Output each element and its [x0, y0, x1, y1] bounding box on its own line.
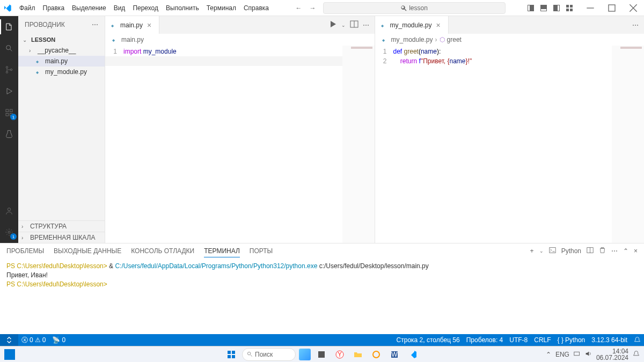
window-maximize-button[interactable]	[601, 0, 623, 16]
menu-правка[interactable]: Правка	[40, 2, 68, 14]
extensions-icon[interactable]: 1	[3, 106, 16, 119]
notifications-icon[interactable]	[631, 336, 644, 343]
taskbar-vscode-icon[interactable]	[405, 347, 420, 362]
new-terminal-icon[interactable]: +	[530, 247, 534, 255]
menu-файл[interactable]: Файл	[16, 2, 39, 14]
close-panel-icon[interactable]: ×	[634, 247, 638, 255]
menu-переход[interactable]: Переход	[129, 2, 162, 14]
testing-icon[interactable]	[3, 128, 16, 141]
indentation-status[interactable]: Пробелов: 4	[463, 336, 507, 344]
encoding-status[interactable]: UTF-8	[506, 336, 531, 344]
panel-tab[interactable]: ПРОБЛЕМЫ	[6, 245, 44, 257]
command-center-search[interactable]: lesson	[323, 2, 506, 14]
terminal-profile-icon[interactable]	[549, 247, 556, 255]
sidebar-section[interactable]: ›ВРЕМЕННАЯ ШКАЛА	[18, 232, 105, 243]
tree-item[interactable]: ⬥my_module.py	[18, 67, 105, 77]
terminal-dropdown-icon[interactable]: ⌄	[539, 248, 544, 254]
menu-справка[interactable]: Справка	[240, 2, 272, 14]
more-actions-icon[interactable]: ⋯	[632, 21, 639, 29]
settings-gear-icon[interactable]: 1	[3, 226, 16, 239]
chevron-right-icon: ›	[29, 48, 35, 54]
language-indicator[interactable]: ENG	[555, 351, 569, 358]
split-editor-icon[interactable]	[350, 20, 358, 30]
bottom-panel: ПРОБЛЕМЫВЫХОДНЫЕ ДАННЫЕКОНСОЛЬ ОТЛАДКИТЕ…	[0, 243, 644, 334]
clock[interactable]: 14:04 06.07.2024	[596, 348, 628, 361]
eol-status[interactable]: CRLF	[531, 336, 554, 344]
panel-tab[interactable]: ВЫХОДНЫЕ ДАННЫЕ	[54, 245, 121, 257]
kill-terminal-icon[interactable]	[599, 247, 606, 255]
network-icon[interactable]	[574, 350, 581, 359]
more-icon[interactable]: ⋯	[92, 21, 98, 28]
taskbar-yandex-icon[interactable]: Y	[332, 347, 347, 362]
panel-tab[interactable]: КОНСОЛЬ ОТЛАДКИ	[131, 245, 194, 257]
sidebar-section[interactable]: ›СТРУКТУРА	[18, 220, 105, 232]
layout-panel-icon[interactable]	[539, 3, 548, 13]
accounts-icon[interactable]	[3, 204, 16, 217]
run-icon[interactable]	[328, 20, 337, 30]
cursor-position[interactable]: Строка 2, столбец 56	[393, 336, 463, 344]
tab-main-py[interactable]: ⬥ main.py ×	[105, 16, 159, 34]
tab-close-icon[interactable]: ×	[145, 21, 153, 29]
remote-button[interactable]	[0, 334, 18, 346]
tray-chevron-icon[interactable]: ⌃	[546, 351, 551, 358]
svg-point-10	[8, 208, 10, 211]
notification-tray-icon[interactable]	[633, 350, 640, 359]
nav-back-button[interactable]: ←	[293, 2, 305, 14]
svg-rect-17	[228, 351, 231, 354]
code-editor-right[interactable]: 12 def greet(name): return f"Привет, {na…	[375, 46, 645, 243]
menu-терминал[interactable]: Терминал	[203, 2, 239, 14]
more-actions-icon[interactable]: ⋯	[363, 21, 369, 29]
activity-bar: 1 1	[0, 16, 18, 243]
python-version[interactable]: 3.12.3 64-bit	[588, 336, 631, 344]
layout-sidebar-left-icon[interactable]	[526, 3, 536, 13]
language-mode[interactable]: { } Python	[554, 336, 589, 344]
layout-customize-icon[interactable]	[565, 3, 574, 13]
svg-rect-14	[549, 248, 555, 253]
taskbar-search[interactable]: Поиск	[242, 348, 296, 361]
tree-root[interactable]: ⌄ LESSON	[18, 34, 105, 45]
minimap[interactable]	[342, 46, 375, 243]
layout-sidebar-right-icon[interactable]	[552, 3, 561, 13]
debug-icon[interactable]	[3, 85, 16, 98]
svg-point-4	[6, 71, 8, 73]
start-widgets-icon[interactable]	[4, 349, 15, 360]
start-button[interactable]	[224, 347, 239, 362]
breadcrumb-left[interactable]: ⬥ main.py	[105, 34, 375, 46]
problems-status[interactable]: ⓧ0 ⚠0	[18, 334, 49, 346]
taskbar-app2-icon[interactable]	[369, 347, 384, 362]
window-minimize-button[interactable]	[580, 0, 601, 16]
menu-вид[interactable]: Вид	[111, 2, 129, 14]
panel-tab[interactable]: ПОРТЫ	[250, 245, 273, 257]
panel-tab[interactable]: ТЕРМИНАЛ	[204, 245, 240, 257]
source-control-icon[interactable]	[3, 63, 16, 76]
menu-выделение[interactable]: Выделение	[69, 2, 109, 14]
chevron-up-icon[interactable]: ⌃	[623, 247, 628, 255]
svg-rect-19	[228, 355, 231, 358]
taskbar-explorer-icon[interactable]	[350, 347, 365, 362]
code-editor-left[interactable]: 12 import my_moduleprint(my_module.greet…	[105, 46, 375, 243]
editor-group-right: ⬥ my_module.py × ⋯ ⬥ my_module.py › ⬡ gr…	[375, 16, 645, 243]
taskbar-word-icon[interactable]: W	[387, 347, 402, 362]
tab-close-icon[interactable]: ×	[434, 21, 443, 29]
tree-item[interactable]: ›__pycache__	[18, 45, 105, 56]
tab-my-module-py[interactable]: ⬥ my_module.py ×	[375, 16, 449, 34]
terminal-output[interactable]: PS C:\Users\fedul\Desktop\lesson> & C:/U…	[0, 258, 644, 334]
chevron-right-icon: ›	[435, 36, 437, 43]
ports-status[interactable]: 📡0	[49, 334, 69, 346]
run-dropdown-icon[interactable]: ⌄	[341, 23, 346, 28]
window-close-button[interactable]	[623, 0, 644, 16]
taskbar-desktop-icon[interactable]	[299, 349, 311, 360]
symbol-method-icon: ⬡	[440, 36, 445, 43]
volume-icon[interactable]	[585, 350, 592, 359]
split-terminal-icon[interactable]	[587, 247, 594, 255]
minimap[interactable]	[612, 46, 644, 243]
taskbar-app-icon[interactable]	[314, 347, 329, 362]
menu-выполнить[interactable]: Выполнить	[163, 2, 202, 14]
nav-forward-button[interactable]: →	[307, 2, 319, 14]
chevron-down-icon: ⌄	[23, 37, 29, 43]
more-icon[interactable]: ⋯	[611, 247, 618, 255]
tree-item[interactable]: ⬥main.py	[18, 56, 105, 67]
breadcrumb-right[interactable]: ⬥ my_module.py › ⬡ greet	[375, 34, 645, 46]
search-activity-icon[interactable]	[3, 42, 16, 55]
explorer-icon[interactable]	[3, 20, 16, 33]
